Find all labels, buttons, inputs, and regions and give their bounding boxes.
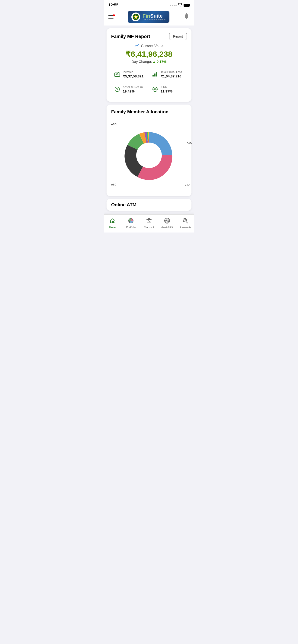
mf-report-card: Family MF Report Report Current Value ₹6… [107, 28, 191, 102]
stat-invested-label: Invested [123, 70, 143, 74]
nav-transact[interactable]: Transact [140, 217, 158, 230]
allocation-title: Family Member Allocation [111, 109, 187, 114]
svg-point-2 [135, 16, 137, 18]
trend-icon [134, 44, 139, 48]
allocation-card: Family Member Allocation ABC ABC ABC ABC [107, 104, 191, 196]
nav-transact-label: Transact [144, 226, 154, 228]
xirr-icon [152, 86, 158, 94]
stat-abs-label: Absolute Return [123, 86, 143, 89]
stat-xirr: XIRR 11.97% [149, 82, 187, 97]
svg-line-21 [154, 90, 154, 90]
nav-research[interactable]: Research [176, 216, 194, 230]
nav-research-label: Research [180, 226, 191, 229]
svg-point-27 [132, 218, 133, 220]
battery-icon [184, 4, 190, 7]
donut-chart [121, 128, 177, 183]
svg-rect-9 [156, 72, 157, 76]
day-change: Day Change: 0.17% [111, 60, 187, 64]
logo: FinSuite The Complete Planner [114, 11, 183, 23]
svg-point-17 [154, 88, 156, 90]
online-atm-section: Online ATM [107, 199, 191, 211]
nav-goal-gps[interactable]: Goal GPS [158, 216, 176, 230]
nav-portfolio-label: Portfolio [126, 226, 136, 228]
goal-gps-icon [164, 218, 170, 225]
current-value-label: Current Value [111, 44, 187, 48]
nav-portfolio[interactable]: Portfolio [122, 217, 140, 230]
mf-report-header: Family MF Report Report [111, 33, 187, 40]
transact-icon [146, 218, 152, 225]
research-icon [182, 218, 188, 225]
svg-point-32 [166, 220, 168, 222]
nav-home-label: Home [109, 226, 117, 228]
notification-button[interactable] [183, 12, 191, 22]
status-icons [170, 3, 190, 7]
stat-xirr-content: XIRR 11.97% [161, 86, 172, 93]
stat-xirr-label: XIRR [161, 86, 172, 89]
nav-goal-gps-label: Goal GPS [161, 226, 173, 229]
current-value-amount: ₹6,41,96,238 [111, 50, 187, 59]
stat-invested-value: ₹5,37,58,321 [123, 74, 143, 78]
svg-line-18 [154, 88, 154, 88]
abs-return-icon: ₹ [114, 86, 120, 94]
svg-line-19 [156, 90, 156, 90]
svg-rect-24 [112, 222, 114, 223]
logo-fin: Fin [143, 13, 150, 19]
stat-xirr-value: 11.97% [161, 89, 172, 93]
report-button[interactable]: Report [169, 33, 187, 40]
menu-button[interactable] [107, 14, 114, 20]
logo-emblem [131, 12, 140, 21]
signal-icon [170, 5, 177, 6]
stat-abs-return: ₹ Absolute Return 19.42% [111, 82, 149, 97]
stat-invested-content: Invested ₹5,37,58,321 [123, 70, 143, 78]
chart-label-4: ABC [111, 123, 117, 126]
svg-rect-8 [154, 74, 155, 76]
stat-pl-content: Total Profit / Loss ₹1,04,37,916 [161, 70, 182, 78]
stat-invested: Invested ₹5,37,58,321 [111, 67, 149, 82]
invested-icon [114, 71, 120, 79]
chart-label-9: ABC [111, 183, 117, 186]
donut-chart-area: ABC ABC ABC ABC [111, 118, 187, 192]
portfolio-icon [128, 218, 134, 225]
wifi-icon [178, 3, 182, 7]
bell-icon [184, 14, 190, 21]
stat-pl-label: Total Profit / Loss [161, 70, 182, 74]
svg-point-3 [186, 13, 187, 14]
current-value-section: Current Value ₹6,41,96,238 Day Change: 0… [111, 44, 187, 64]
svg-point-23 [142, 152, 156, 162]
svg-rect-7 [152, 75, 154, 76]
profit-loss-icon [152, 71, 158, 79]
svg-text:₹: ₹ [117, 88, 118, 90]
bottom-nav: Home Portfolio Tra [104, 214, 194, 232]
stat-profit-loss: Total Profit / Loss ₹1,04,37,916 [149, 67, 187, 82]
triangle-up-icon [153, 61, 155, 63]
logo-tagline: The Complete Planner [143, 18, 166, 21]
svg-line-20 [156, 88, 156, 88]
header: FinSuite The Complete Planner [104, 9, 194, 26]
svg-point-31 [165, 219, 169, 222]
online-atm-title: Online ATM [111, 202, 187, 208]
home-icon [110, 218, 116, 225]
status-time: 12:55 [108, 3, 118, 8]
svg-line-39 [186, 222, 187, 223]
chart-label-6: ABC [187, 142, 192, 144]
chart-label-10: ABC [185, 184, 190, 187]
stat-abs-value: 19.42% [123, 89, 143, 93]
mf-report-title: Family MF Report [111, 34, 150, 39]
nav-home[interactable]: Home [104, 217, 122, 230]
stat-abs-content: Absolute Return 19.42% [123, 86, 143, 93]
stat-pl-value: ₹1,04,37,916 [161, 74, 182, 78]
stats-grid: Invested ₹5,37,58,321 Total Profit / Los… [111, 67, 187, 97]
day-change-value: 0.17% [153, 60, 167, 64]
status-bar: 12:55 [104, 0, 194, 9]
main-content: Family MF Report Report Current Value ₹6… [104, 26, 194, 212]
logo-text: FinSuite The Complete Planner [143, 14, 166, 21]
